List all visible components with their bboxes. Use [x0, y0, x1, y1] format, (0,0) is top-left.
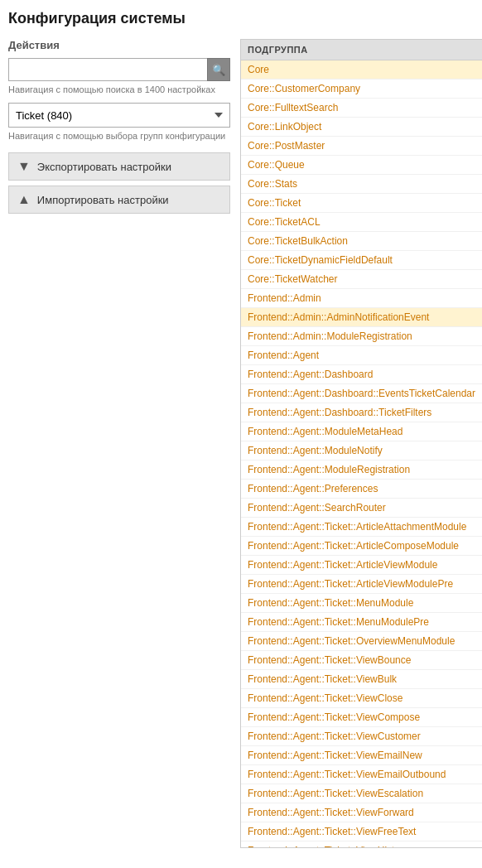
result-item[interactable]: Frontend::Agent::Ticket::MenuModulePre [241, 613, 482, 632]
result-item[interactable]: Frontend::Agent::Ticket::ViewCompose [241, 708, 482, 727]
search-icon: 🔍 [212, 64, 225, 76]
result-item[interactable]: Frontend::Agent::ModuleMetaHead [241, 422, 482, 441]
result-item[interactable]: Core [241, 60, 482, 80]
left-panel: Действия 🔍 Навигация с помощью поиска в … [8, 39, 230, 219]
right-panel: ПОДГРУППА CoreCore::CustomerCompanyCore:… [240, 39, 482, 848]
result-item[interactable]: Frontend::Agent::Ticket::ViewBounce [241, 651, 482, 670]
result-item[interactable]: Frontend::Agent::Ticket::ViewEmailNew [241, 746, 482, 765]
result-list: CoreCore::CustomerCompanyCore::FulltextS… [241, 60, 482, 847]
page-container: Конфигурация системы Действия 🔍 Навигаци… [0, 0, 482, 858]
result-item[interactable]: Frontend::Agent::ModuleRegistration [241, 461, 482, 480]
search-input[interactable] [8, 58, 207, 81]
group-select[interactable]: Ticket (840) Core Frontend Backend [8, 103, 230, 128]
result-item[interactable]: Frontend::Agent::Ticket::ViewEmailOutbou… [241, 765, 482, 784]
result-item[interactable]: Frontend::Admin::ModuleRegistration [241, 327, 482, 346]
result-item[interactable]: Frontend::Agent::SearchRouter [241, 499, 482, 518]
export-button[interactable]: ▼ Экспортировать настройки [8, 152, 230, 181]
result-item[interactable]: Frontend::Agent::Ticket::ViewClose [241, 689, 482, 708]
result-item[interactable]: Frontend::Agent::Ticket::ViewHistory [241, 841, 482, 847]
result-item[interactable]: Frontend::Agent::Ticket::ArticleViewModu… [241, 575, 482, 594]
result-item[interactable]: Core::FulltextSearch [241, 99, 482, 118]
result-item[interactable]: Frontend::Agent::Ticket::ViewEscalation [241, 784, 482, 803]
result-item[interactable]: Core::TicketACL [241, 213, 482, 232]
result-item[interactable]: Core::TicketBulkAction [241, 232, 482, 251]
result-item[interactable]: Frontend::Agent::Dashboard::TicketFilter… [241, 403, 482, 422]
result-item[interactable]: Core::PostMaster [241, 137, 482, 156]
result-item[interactable]: Frontend::Agent [241, 346, 482, 365]
result-item[interactable]: Frontend::Agent::Ticket::OverviewMenuMod… [241, 632, 482, 651]
actions-title: Действия [8, 39, 230, 51]
result-item[interactable]: Frontend::Agent::ModuleNotify [241, 441, 482, 461]
result-item[interactable]: Frontend::Admin [241, 289, 482, 308]
result-item[interactable]: Core::Ticket [241, 194, 482, 213]
import-button[interactable]: ▲ Импортировать настройки [8, 186, 230, 214]
result-item[interactable]: Core::CustomerCompany [241, 80, 482, 99]
result-item[interactable]: Frontend::Agent::Ticket::ArticleAttachme… [241, 518, 482, 537]
result-item[interactable]: Core::TicketDynamicFieldDefault [241, 251, 482, 270]
import-icon: ▲ [17, 192, 31, 207]
select-wrapper: Ticket (840) Core Frontend Backend [8, 103, 230, 128]
result-item[interactable]: Core::LinkObject [241, 118, 482, 137]
result-item[interactable]: Frontend::Agent::Ticket::ViewForward [241, 803, 482, 822]
import-label: Импортировать настройки [37, 194, 169, 206]
result-item[interactable]: Frontend::Agent::Ticket::ViewFreeText [241, 822, 482, 841]
result-item[interactable]: Frontend::Agent::Ticket::ViewBulk [241, 670, 482, 689]
result-item[interactable]: Core::Stats [241, 175, 482, 194]
result-item[interactable]: Core::Queue [241, 156, 482, 175]
result-item[interactable]: Frontend::Agent::Ticket::MenuModule [241, 594, 482, 613]
result-item[interactable]: Frontend::Agent::Dashboard [241, 365, 482, 384]
page-title: Конфигурация системы [8, 10, 474, 27]
export-icon: ▼ [17, 159, 31, 174]
select-hint: Навигация с помощью выбора групп конфигу… [8, 131, 230, 141]
main-layout: Действия 🔍 Навигация с помощью поиска в … [8, 39, 474, 848]
result-item[interactable]: Frontend::Admin::AdminNotificationEvent [241, 308, 482, 327]
result-item[interactable]: Frontend::Agent::Preferences [241, 480, 482, 499]
search-hint: Навигация с помощью поиска в 1400 настро… [8, 84, 230, 94]
result-item[interactable]: Frontend::Agent::Ticket::ArticleViewModu… [241, 556, 482, 575]
export-label: Экспортировать настройки [37, 161, 171, 173]
result-item[interactable]: Frontend::Agent::Dashboard::EventsTicket… [241, 384, 482, 403]
search-row: 🔍 [8, 58, 230, 81]
result-item[interactable]: Core::TicketWatcher [241, 270, 482, 289]
search-button[interactable]: 🔍 [207, 58, 230, 81]
result-column-header: ПОДГРУППА [241, 40, 482, 60]
result-item[interactable]: Frontend::Agent::Ticket::ViewCustomer [241, 727, 482, 746]
result-item[interactable]: Frontend::Agent::Ticket::ArticleComposeM… [241, 537, 482, 556]
